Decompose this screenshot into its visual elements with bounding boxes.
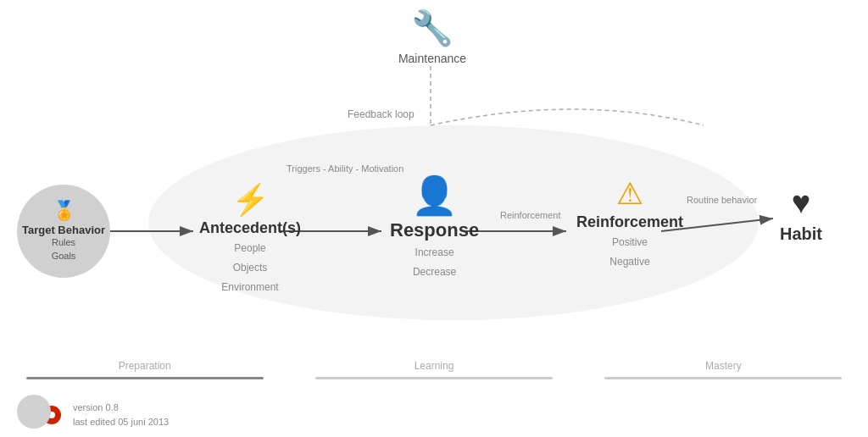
target-behavior-title: Target Behavior [22, 224, 105, 237]
mastery-label: Mastery [705, 360, 742, 372]
antecedents-title: Antecedent(s) [199, 219, 301, 237]
antecedents-sub2: Objects [233, 260, 268, 276]
learning-label: Learning [415, 360, 454, 372]
antecedents-section: ⚡ Antecedent(s) People Objects Environme… [199, 182, 301, 296]
response-section: 👤 Response Increase Decrease [390, 174, 479, 280]
learning-section: Learning [315, 360, 553, 379]
reinforcement-icon: ⚠ [616, 176, 643, 212]
target-behavior-icon: 🏅 [53, 200, 75, 222]
bottom-info: version 0.8 last edited 05 juni 2013 [17, 401, 169, 429]
response-sub2: Decrease [413, 264, 456, 280]
mastery-bar [604, 377, 842, 379]
mastery-section: Mastery [604, 360, 842, 379]
habit-icon: ♥ [792, 185, 811, 221]
response-sub1: Increase [415, 245, 454, 261]
routine-label: Routine behavior [687, 195, 757, 205]
habit-section: ♥ Habit [780, 185, 822, 244]
antecedents-sub3: Environment [221, 279, 278, 296]
reinforcement-sub2: Negative [609, 254, 649, 270]
version-number: version 0.8 [73, 401, 169, 415]
learning-bar [315, 377, 553, 379]
preparation-bar [26, 377, 264, 379]
maintenance-icon: 🔧 [411, 8, 453, 48]
maintenance-label: Maintenance [398, 52, 466, 65]
reinforcement-title: Reinforcement [576, 213, 683, 231]
triggers-label: Triggers - Ability - Motivation [287, 163, 403, 174]
main-container: 🔧 Maintenance Feedback loop 🏅 Target Beh… [0, 0, 868, 437]
antecedents-icon: ⚡ [231, 182, 270, 218]
reinforcement-section: ⚠ Reinforcement Positive Negative [576, 176, 683, 270]
habit-title: Habit [780, 224, 822, 244]
preparation-label: Preparation [119, 360, 171, 372]
avatar [17, 395, 51, 429]
feedback-label: Feedback loop [348, 108, 415, 120]
version-edited: last edited 05 juni 2013 [73, 415, 169, 429]
response-title: Response [390, 219, 479, 241]
target-behavior-rules: Rules [52, 236, 75, 249]
bottom-labels: Preparation Learning Mastery [0, 360, 868, 379]
target-behavior-circle: 🏅 Target Behavior Rules Goals [17, 185, 110, 278]
reinforcement-sub1: Positive [612, 235, 648, 251]
target-behavior-goals: Goals [52, 250, 76, 263]
maintenance-section: 🔧 Maintenance [390, 8, 475, 65]
reinforcement-arrow-label: Reinforcement [500, 210, 561, 220]
response-icon: 👤 [411, 174, 458, 218]
preparation-section: Preparation [26, 360, 264, 379]
antecedents-sub1: People [234, 241, 265, 257]
